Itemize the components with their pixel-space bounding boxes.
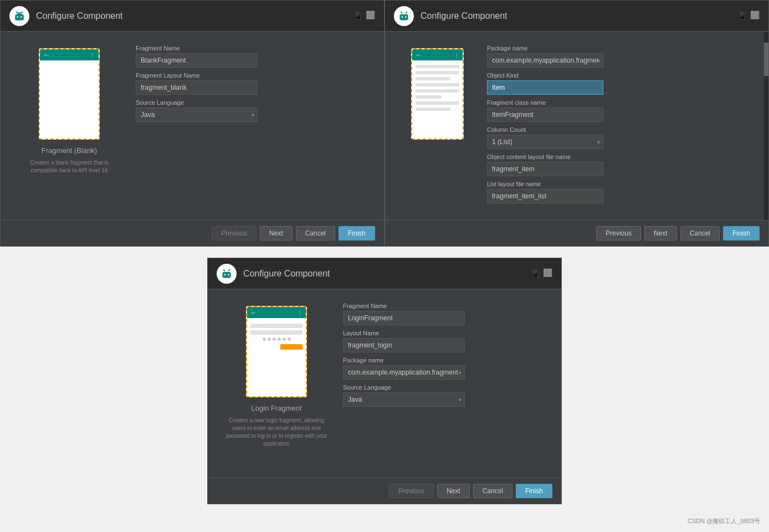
bc-layout-input[interactable] <box>343 338 465 352</box>
svg-point-10 <box>405 16 407 18</box>
dot3 <box>273 337 276 341</box>
col-count-label: Column Count <box>487 126 755 133</box>
form-group-bc-frag-name: Fragment Name <box>343 303 548 325</box>
col-count-select[interactable]: 1 (List) 2 3 <box>487 135 603 149</box>
line1 <box>416 65 459 68</box>
bottom-dialog-wrapper: Configure Component 📱 ⬜ ← ⋮ <box>0 247 769 515</box>
dialog-body-tr-wrapper: ← ⋮ <box>385 32 768 220</box>
phone-mockup-item: ← ⋮ <box>411 48 464 140</box>
svg-point-14 <box>228 274 229 275</box>
phone-icon-tr: 📱 <box>737 11 748 21</box>
device-icons: 📱 ⬜ <box>352 11 375 21</box>
line5 <box>416 89 459 93</box>
next-button-bc[interactable]: Next <box>437 484 470 498</box>
phone-dots-tr: ⋮ <box>454 52 459 58</box>
phone-content-tr <box>412 60 463 115</box>
cancel-button-tr[interactable]: Cancel <box>680 226 720 241</box>
phone-screen-login: ← ⋮ <box>246 306 307 397</box>
form-group-source-language: Source Language Java Kotlin <box>136 99 371 122</box>
line3 <box>416 77 450 80</box>
dot2 <box>268 337 271 341</box>
next-button-tl[interactable]: Next <box>260 226 293 241</box>
dialog-bottom-center: Configure Component 📱 ⬜ ← ⋮ <box>207 258 562 504</box>
login-dots <box>250 337 303 341</box>
list-layout-input[interactable] <box>487 189 603 203</box>
list-layout-label: List layout file name <box>487 181 755 187</box>
form-group-bc-src-lang: Source Language Java Kotlin <box>343 384 548 407</box>
fragment-name-input[interactable] <box>136 53 258 68</box>
bc-src-lang-select[interactable]: Java Kotlin <box>343 392 465 407</box>
phone-screen: ← ⋮ <box>39 48 100 140</box>
back-arrow-tr: ← <box>416 51 422 59</box>
phone-icon: 📱 <box>352 11 363 21</box>
obj-kind-input[interactable] <box>487 80 603 95</box>
dialog-body-bottom: ← ⋮ <box>208 289 561 478</box>
login-btn <box>280 344 303 350</box>
dot4 <box>278 337 281 341</box>
android-logo <box>9 6 29 26</box>
scrollbar-track[interactable] <box>764 32 768 220</box>
form-group-bc-pkg: Package name com.example.myapplication.f… <box>343 357 548 380</box>
cancel-button-tl[interactable]: Cancel <box>296 226 335 241</box>
svg-rect-8 <box>399 14 408 20</box>
bc-src-lang-select-wrapper: Java Kotlin <box>343 392 465 407</box>
source-language-select-wrapper: Java Kotlin <box>136 108 258 122</box>
dialog-body-top-left: ← ⋮ Fragment (Blank) Creates a blank fra… <box>1 32 384 220</box>
dialog-body-top-right: ← ⋮ <box>385 32 768 220</box>
previous-button-tl[interactable]: Previous <box>212 226 257 241</box>
line4 <box>416 83 459 86</box>
col-count-select-wrapper: 1 (List) 2 3 <box>487 135 603 149</box>
obj-content-label: Object content layout file name <box>487 154 755 160</box>
obj-kind-label: Object Kind <box>487 72 755 79</box>
svg-point-9 <box>401 16 403 18</box>
line2 <box>416 71 459 74</box>
pkg-label: Package name <box>487 45 755 52</box>
phone-mockup-login: ← ⋮ <box>246 306 307 397</box>
source-language-select[interactable]: Java Kotlin <box>136 108 258 122</box>
watermark: CSDN @搬砖工人_0803号 <box>688 517 760 525</box>
form-group-obj-content: Object content layout file name <box>487 154 755 176</box>
source-language-label: Source Language <box>136 99 371 106</box>
pkg-select[interactable]: com.example.myapplication.fragment <box>487 53 603 68</box>
dialog-title-top-right: Configure Component <box>421 11 737 21</box>
dialog-top-left: Configure Component 📱 ⬜ ← ⋮ Fragment (Bl… <box>0 0 384 247</box>
form-group-col-count: Column Count 1 (List) 2 3 <box>487 126 755 149</box>
dialog-footer-top-left: Previous Next Cancel Finish <box>1 220 384 246</box>
tr-inner-flex: ← ⋮ <box>398 43 755 209</box>
bc-pkg-select[interactable]: com.example.myapplication.fragment <box>343 365 465 380</box>
form-area-top-left: Fragment Name Fragment Layout Name Sourc… <box>136 43 371 209</box>
bc-frag-name-input[interactable] <box>343 311 465 325</box>
frag-class-label: Fragment class name <box>487 99 755 106</box>
dot5 <box>283 337 286 341</box>
bc-src-lang-label: Source Language <box>343 384 548 391</box>
obj-content-input[interactable] <box>487 162 603 176</box>
previous-button-tr[interactable]: Previous <box>596 226 641 241</box>
phone-dots: ⋮ <box>90 52 95 58</box>
form-group-layout-name: Fragment Layout Name <box>136 72 371 95</box>
login-content <box>247 318 306 353</box>
fragment-layout-input[interactable] <box>136 80 258 95</box>
preview-label-login: Login Fragment <box>251 404 301 412</box>
login-pass-field <box>250 330 303 335</box>
scrollbar-thumb[interactable] <box>764 43 768 76</box>
previous-button-bc[interactable]: Previous <box>389 484 434 498</box>
device-icons-bc: 📱 ⬜ <box>530 268 552 279</box>
preview-desc-blank: Creates a blank fragment that is compati… <box>17 159 122 175</box>
dialog-header-top-left: Configure Component 📱 ⬜ <box>1 1 384 32</box>
phone-topbar-login: ← ⋮ <box>247 307 306 318</box>
cancel-button-bc[interactable]: Cancel <box>473 484 512 498</box>
preview-area-bc: ← ⋮ <box>221 300 332 467</box>
finish-button-tl[interactable]: Finish <box>339 226 375 241</box>
dialog-header-bottom: Configure Component 📱 ⬜ <box>208 258 561 289</box>
android-logo-bc <box>217 264 237 284</box>
phone-topbar-tr: ← ⋮ <box>412 49 463 60</box>
finish-button-tr[interactable]: Finish <box>723 226 760 241</box>
next-button-tr[interactable]: Next <box>644 226 677 241</box>
phone-dots-login: ⋮ <box>297 310 303 316</box>
dialog-footer-top-right: Previous Next Cancel Finish <box>385 220 768 246</box>
form-group-obj-kind: Object Kind <box>487 72 755 95</box>
form-group-list-layout: List layout file name <box>487 181 755 203</box>
finish-button-bc[interactable]: Finish <box>516 484 552 498</box>
line6 <box>416 95 442 99</box>
frag-class-input[interactable] <box>487 108 603 122</box>
